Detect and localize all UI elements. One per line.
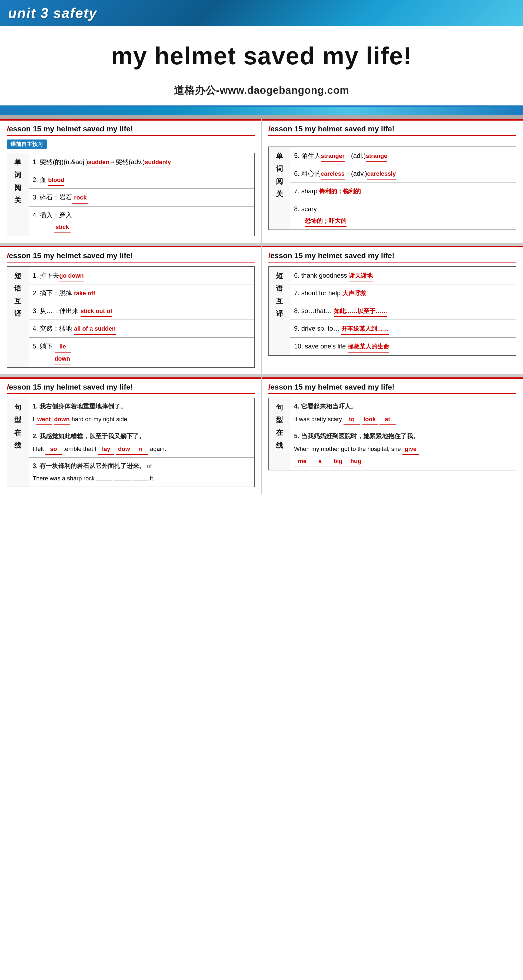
card5-sent2: 2. 我感觉如此糟糕，以至于我又躺下了。 I felt so terrible …	[29, 428, 254, 458]
hero-main-title: my helmet saved my life!	[11, 42, 512, 70]
card1-item3: 3. 碎石；岩石rock	[29, 189, 254, 207]
card3-phrase3: 3. 从……伸出来 stick out of	[29, 302, 254, 320]
card4-phrase10: 10. save one's life 拯救某人的生命	[290, 337, 516, 355]
card2-item6: 6. 粗心的careless→(adv.)carelessly	[290, 165, 516, 183]
card2-header: lesson 15 my helmet saved my life!	[269, 125, 517, 136]
card5-header: lesson 15 my helmet saved my life!	[7, 383, 255, 394]
card4-phrase-table: 短语互译 6. thank goodness 谢天谢地 7. shout for…	[269, 266, 517, 356]
card4-label: 短语互译	[269, 267, 290, 355]
card3-phrase4: 4. 突然；猛地 all of a sudden	[29, 320, 254, 338]
card6-sentence-table: 句型在线 4. 它看起来相当吓人。 It was pretty scary to…	[269, 398, 517, 470]
hero-section: my helmet saved my life! 道格办公-www.daogeb…	[0, 26, 523, 107]
card6-sent4: 4. 它看起来相当吓人。 It was pretty scary to look…	[290, 398, 516, 428]
card3-phrase1: 1. 掉下去go down	[29, 267, 254, 285]
card5-sent3: 3. 有一块锋利的岩石从它外面扎了进来。 of There was a shar…	[29, 458, 254, 487]
card6-sent5: 5. 当我妈妈赶到医院时，她紧紧地抱住了我。 When my mother go…	[290, 428, 516, 470]
hero-subtitle: 道格办公-www.daogebangong.com	[11, 84, 512, 97]
card1-badge: 课前自主预习	[7, 140, 47, 149]
card1-item2: 2. 血 blood	[29, 171, 254, 189]
card3-phrase-table: 短语互译 1. 掉下去go down 2. 摘下；脱掉 take off 3. …	[7, 266, 255, 368]
card6-label: 句型在线	[269, 398, 290, 470]
card3-phrase2: 2. 摘下；脱掉 take off	[29, 285, 254, 302]
card5-label: 句型在线	[7, 398, 29, 487]
page-header: unit 3 safety	[0, 0, 523, 26]
card2-item5: 5. 陌生人stranger→(adj.)strange	[290, 147, 516, 165]
spacer	[0, 115, 523, 119]
card2-vocab-table: 单词阅关 5. 陌生人stranger→(adj.)strange 6. 粗心的…	[269, 146, 517, 230]
card4-phrase7: 7. shout for help 大声呼救	[290, 285, 516, 302]
content-grid: lesson 15 my helmet saved my life! 课前自主预…	[0, 119, 523, 494]
card-sentences-right: lesson 15 my helmet saved my life! 句型在线 …	[262, 377, 523, 494]
card2-lesson-text: esson 15 my helmet saved my life!	[270, 125, 394, 133]
card-vocab-left: lesson 15 my helmet saved my life! 课前自主预…	[0, 119, 262, 243]
card3-label: 短语互译	[7, 267, 29, 368]
card1-item4: 4. 插入；穿入stick	[29, 206, 254, 236]
card5-sent1: 1. 我右侧身体着地重重地摔倒了。 I went down hard on my…	[29, 398, 254, 428]
card1-lesson-text: esson 15 my helmet saved my life!	[9, 125, 133, 133]
card1-lesson: l	[7, 125, 9, 133]
card4-phrase9: 9. drive sb. to… 开车送某人到……	[290, 320, 516, 338]
card2-item7: 7. sharp 锋利的；锐利的	[290, 183, 516, 200]
card-vocab-right: lesson 15 my helmet saved my life! 单词阅关 …	[262, 119, 523, 243]
card3-header: lesson 15 my helmet saved my life!	[7, 251, 255, 262]
card5-sentence-table: 句型在线 1. 我右侧身体着地重重地摔倒了。 I went down hard …	[7, 398, 255, 487]
card2-label: 单词阅关	[269, 147, 290, 230]
header-title: unit 3 safety	[8, 5, 97, 21]
card-phrases-right: lesson 15 my helmet saved my life! 短语互译 …	[262, 246, 523, 375]
divider-bar	[0, 107, 523, 115]
card1-label: 单词阅关	[7, 153, 29, 236]
card4-phrase6: 6. thank goodness 谢天谢地	[290, 267, 516, 285]
card1-header: lesson 15 my helmet saved my life!	[7, 125, 255, 136]
card4-phrase8: 8. so…that… 如此……以至于……	[290, 302, 516, 320]
card1-item1: 1. 突然(的)(n.&adj.)sudden→突然(adv.)suddenly	[29, 153, 254, 171]
card-sentences-left: lesson 15 my helmet saved my life! 句型在线 …	[0, 377, 262, 494]
card3-phrase5: 5. 躺下 lie down	[29, 337, 254, 368]
card-phrases-left: lesson 15 my helmet saved my life! 短语互译 …	[0, 246, 262, 375]
card4-header: lesson 15 my helmet saved my life!	[269, 251, 517, 262]
row-separator-2	[0, 374, 523, 377]
row-separator-1	[0, 243, 523, 246]
card2-item8: 8. scary恐怖的；吓大的	[290, 200, 516, 229]
card6-header: lesson 15 my helmet saved my life!	[269, 383, 517, 394]
card1-vocab-table: 单词阅关 1. 突然(的)(n.&adj.)sudden→突然(adv.)sud…	[7, 153, 255, 236]
